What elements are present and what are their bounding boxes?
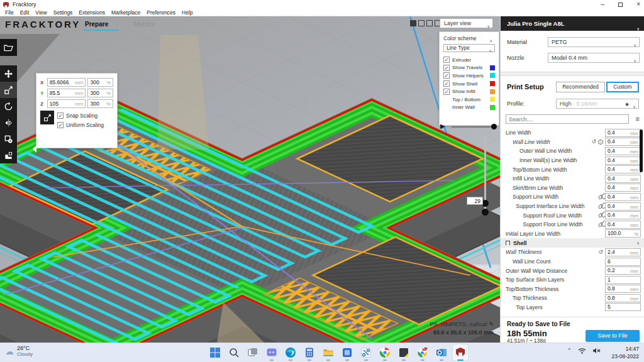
taskbar-fracktory-icon[interactable]: [453, 344, 468, 361]
clock[interactable]: 14:47 23-08-2022: [612, 345, 639, 360]
minimize-button[interactable]: –: [601, 1, 605, 8]
close-button[interactable]: ×: [636, 1, 640, 8]
setting-row[interactable]: Top/Bottom Thickness 0.8mm: [501, 285, 644, 294]
layer-slider-handle-bottom[interactable]: [482, 209, 489, 216]
menu-item-help[interactable]: Help: [179, 9, 195, 16]
menu-item-settings[interactable]: Settings: [51, 9, 75, 16]
taskbar-sticky-notes-icon[interactable]: [396, 344, 411, 361]
per-model-settings-tool-button[interactable]: [0, 131, 17, 147]
taskbar-chrome-updater-icon[interactable]: [415, 344, 430, 361]
setting-row[interactable]: Wall Thickness ↺ 2.4mm: [501, 248, 644, 257]
setting-row[interactable]: Infill Line Width 0.4mm: [501, 174, 644, 184]
model-name[interactable]: PS_H04PETG_calicat✎: [430, 321, 494, 327]
menu-item-marketplace[interactable]: Marketplace: [109, 9, 143, 16]
scale-value-input[interactable]: 85.5mm: [47, 89, 86, 97]
play-button[interactable]: ▶: [440, 123, 445, 129]
taskbar-teams-chat-icon[interactable]: [264, 344, 279, 361]
reset-icon[interactable]: ↺: [591, 139, 596, 145]
volume-muted-icon[interactable]: [592, 348, 601, 354]
maximize-button[interactable]: [618, 3, 623, 7]
layer-slider[interactable]: [484, 134, 486, 214]
view-mode-dropdown[interactable]: Layer view∨: [440, 18, 493, 28]
color-scheme-header[interactable]: Color scheme∨: [443, 35, 495, 41]
taskbar-file-explorer-icon[interactable]: [321, 344, 336, 361]
tab-prepare[interactable]: Prepare: [85, 21, 108, 28]
search-input[interactable]: [506, 114, 629, 124]
taskbar-edge-icon[interactable]: [283, 344, 298, 361]
scrollbar[interactable]: [640, 129, 643, 172]
view-front-icon[interactable]: [418, 20, 425, 26]
setting-row[interactable]: Top Layers 5: [501, 303, 644, 312]
material-dropdown[interactable]: PETG∨: [548, 37, 640, 47]
mirror-tool-button[interactable]: [0, 114, 17, 131]
link-icon[interactable]: [597, 194, 603, 200]
link-icon[interactable]: [597, 212, 603, 218]
link-icon[interactable]: [597, 222, 603, 228]
viewport-3d[interactable]: FRACKTORY Prepare Monitor Layer view∨ X …: [0, 16, 500, 343]
edit-name-icon[interactable]: ✎: [489, 321, 494, 327]
open-file-button[interactable]: [0, 39, 17, 56]
support-blocker-tool-button[interactable]: [0, 147, 17, 163]
setting-row[interactable]: Support Line Width 0.4mm: [501, 192, 644, 202]
scale-value-input[interactable]: 85.6066mm: [47, 78, 86, 87]
reset-icon[interactable]: ↺: [598, 250, 603, 255]
star-icon[interactable]: ★: [625, 100, 630, 109]
setting-row[interactable]: Support Floor Line Width 0.4mm: [501, 220, 644, 229]
settings-menu-icon[interactable]: ≡: [636, 115, 640, 123]
setting-row[interactable]: Skirt/Brim Line Width 0.4mm: [501, 184, 644, 193]
menu-item-file[interactable]: File: [3, 9, 16, 16]
taskbar-calculator-icon[interactable]: [302, 344, 317, 361]
settings-section-header[interactable]: Shell ∨: [501, 238, 644, 248]
window-titlebar[interactable]: Fracktory – ×: [0, 0, 644, 9]
snap-scaling-checkbox[interactable]: [57, 112, 64, 119]
weather-widget[interactable]: ☁ 28°C Cloudy: [5, 345, 33, 357]
setting-row[interactable]: Wall Line Count 6: [501, 257, 644, 266]
menu-item-view[interactable]: View: [33, 9, 49, 16]
profile-dropdown[interactable]: High - 0.16mm ★ ∨: [556, 99, 639, 109]
legend-checkbox[interactable]: [443, 65, 450, 71]
taskbar-outlook-icon[interactable]: [434, 344, 449, 361]
link-icon[interactable]: [597, 203, 603, 209]
setting-row[interactable]: Support Interface Line Width 0.4mm: [501, 202, 644, 211]
printer-selector[interactable]: Julia Pro Single A8L∨: [501, 16, 644, 31]
scale-percent-input[interactable]: 300%: [87, 99, 113, 108]
setting-row[interactable]: Outer Wall Wipe Distance 0.2mm: [501, 266, 644, 275]
view-3d-icon[interactable]: [410, 20, 416, 26]
scene-3d-render[interactable]: [0, 16, 500, 343]
custom-tab[interactable]: Custom: [606, 82, 639, 92]
info-icon[interactable]: [598, 140, 603, 145]
path-slider-handle[interactable]: [491, 124, 497, 129]
taskbar-snipping-tool-icon[interactable]: [358, 344, 374, 361]
line-type-dropdown[interactable]: Line Type∨: [443, 44, 495, 52]
taskbar-task-view-icon[interactable]: [245, 344, 260, 361]
setting-row[interactable]: Support Roof Line Width 0.4mm: [501, 211, 644, 220]
taskbar-chrome-icon[interactable]: [377, 344, 392, 361]
menu-item-preferences[interactable]: Preferences: [144, 9, 178, 16]
rotate-tool-button[interactable]: [0, 98, 17, 114]
scale-tool-button[interactable]: [0, 82, 17, 98]
legend-checkbox[interactable]: [443, 80, 450, 87]
setting-row[interactable]: Line Width 0.4mm: [501, 128, 644, 138]
taskbar-start-icon[interactable]: [208, 344, 223, 361]
save-to-file-button[interactable]: Save to File: [586, 330, 640, 342]
scale-value-input[interactable]: 105mm: [47, 99, 86, 108]
tray-overflow-icon[interactable]: ⌃: [567, 348, 572, 354]
recommended-tab[interactable]: Recommended: [556, 82, 605, 92]
menu-item-extensions[interactable]: Extensions: [76, 9, 108, 16]
setting-row[interactable]: Outer Wall Line Width 0.4mm: [501, 146, 644, 156]
taskbar-app-blue-icon[interactable]: [340, 344, 355, 361]
legend-checkbox[interactable]: [443, 89, 450, 95]
uniform-scaling-checkbox[interactable]: [57, 122, 64, 128]
setting-row[interactable]: Top Thickness 0.8mm: [501, 293, 644, 303]
wifi-icon[interactable]: [578, 348, 586, 354]
view-top-icon[interactable]: [426, 20, 433, 26]
taskbar-search-icon[interactable]: [226, 344, 242, 361]
legend-checkbox[interactable]: [443, 57, 450, 63]
setting-row[interactable]: Inner Wall(s) Line Width 0.4mm: [501, 156, 644, 165]
scale-percent-input[interactable]: 300%: [87, 78, 113, 87]
move-tool-button[interactable]: [0, 65, 17, 82]
setting-row[interactable]: Wall Line Width ↺ 0.4mm: [501, 138, 644, 147]
legend-checkbox[interactable]: [443, 72, 450, 79]
tab-monitor[interactable]: Monitor: [134, 21, 155, 28]
setting-row[interactable]: Initial Layer Line Width 100.0%: [501, 229, 644, 239]
